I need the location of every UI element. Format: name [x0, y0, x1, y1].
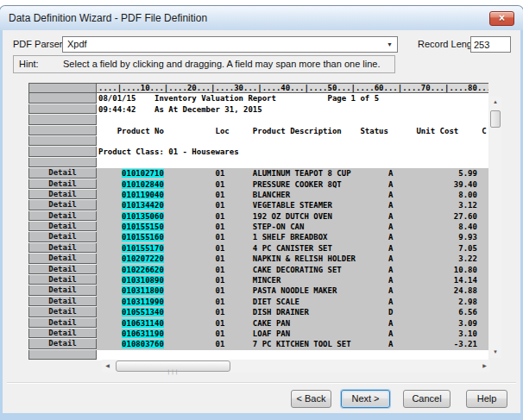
- report-line-text[interactable]: 010134420 01 VEGETABLE STEAMER A 3.12: [97, 200, 488, 210]
- row-label-cell[interactable]: [28, 104, 97, 114]
- report-detail-line[interactable]: Detail 010134420 01 VEGETABLE STEAMER A …: [26, 200, 488, 210]
- row-label-cell[interactable]: [28, 136, 97, 146]
- help-button[interactable]: Help: [466, 390, 507, 408]
- product-no-field-highlight[interactable]: 010155150: [122, 223, 164, 231]
- report-line-text[interactable]: Product No Loc Product Description Statu…: [97, 126, 488, 136]
- horizontal-scrollbar[interactable]: ◀ ||| ▶: [102, 360, 490, 373]
- product-no-field-highlight[interactable]: 010803760: [122, 340, 164, 348]
- report-detail-line[interactable]: Detail 010102710 01 ALUMINUM TEAPOT 8 CU…: [26, 168, 488, 179]
- row-label-cell[interactable]: [28, 93, 97, 103]
- report-line-text[interactable]: 010631190 01 LOAF PAN A 3.10: [97, 329, 488, 339]
- report-line-text[interactable]: 010135060 01 192 OZ DUTCH OVEN A 27.60: [97, 211, 488, 222]
- detail-row-label-cell[interactable]: Detail: [28, 318, 97, 328]
- product-no-field-highlight[interactable]: 010119040: [122, 191, 164, 199]
- row-label-cell[interactable]: [28, 350, 97, 360]
- report-detail-line[interactable]: Detail 010155170 01 4 PC CANISTER SET A …: [26, 243, 488, 254]
- report-line[interactable]: [26, 136, 488, 147]
- record-length-input[interactable]: [470, 36, 511, 53]
- product-no-field-highlight[interactable]: 010134420: [122, 201, 164, 210]
- vertical-scroll-thumb[interactable]: [490, 110, 501, 128]
- report-detail-line[interactable]: Detail 010135060 01 192 OZ DUTCH OVEN A …: [26, 211, 488, 222]
- next-button[interactable]: Next >: [341, 390, 390, 408]
- row-label-cell[interactable]: [28, 83, 97, 93]
- report-detail-line[interactable]: Detail 010803760 01 7 PC KITCHEN TOOL SE…: [26, 339, 488, 349]
- scroll-left-icon[interactable]: ◀: [102, 360, 113, 373]
- report-line-text[interactable]: 010155160 01 1 SHELF BREADBOX A 9.93: [97, 232, 488, 242]
- report-line-text[interactable]: 010551340 01 DISH DRAINER D 6.56: [97, 307, 488, 317]
- report-detail-line[interactable]: Detail 010631140 01 CAKE PAN A 3.09: [26, 318, 488, 329]
- report-line-text[interactable]: Product Class: 01 - Housewares: [97, 147, 488, 157]
- cancel-button[interactable]: Cancel: [403, 390, 451, 408]
- detail-row-label-cell[interactable]: Detail: [28, 168, 97, 178]
- detail-row-label-cell[interactable]: Detail: [28, 190, 97, 199]
- product-no-field-highlight[interactable]: 010207220: [122, 254, 164, 263]
- report-detail-line[interactable]: Detail 010310890 01 MINCER A 14.14: [26, 275, 488, 285]
- scroll-up-icon[interactable]: ▲: [489, 97, 501, 108]
- report-line-text[interactable]: 010102710 01 ALUMINUM TEAPOT 8 CUP A 5.9…: [97, 168, 488, 179]
- report-detail-line[interactable]: Detail 010102840 01 PRESSURE COOKER 8QT …: [26, 179, 488, 190]
- report-line-text[interactable]: 010311800 01 PASTA NOODLE MAKER A 24.88: [97, 285, 488, 296]
- close-button[interactable]: ×: [489, 11, 514, 26]
- detail-row-label-cell[interactable]: Detail: [28, 329, 97, 338]
- report-line-text[interactable]: 010311990 01 DIET SCALE A 2.98: [97, 297, 488, 307]
- product-no-field-highlight[interactable]: 010102710: [122, 169, 164, 178]
- report-line-text[interactable]: 010226620 01 CAKE DECORATING SET A 10.80: [97, 265, 488, 275]
- report-detail-line[interactable]: Detail 010155160 01 1 SHELF BREADBOX A 9…: [26, 232, 488, 242]
- report-detail-line[interactable]: Detail 010119040 01 BLANCHER A 8.00: [26, 190, 488, 200]
- detail-row-label-cell[interactable]: Detail: [28, 275, 97, 285]
- report-line-text[interactable]: 08/01/15 Inventory Valuation Report Page…: [97, 93, 488, 103]
- pdf-parser-select[interactable]: Xpdf ▼: [62, 36, 398, 53]
- detail-row-label-cell[interactable]: Detail: [28, 254, 97, 263]
- report-line[interactable]: [26, 158, 488, 168]
- report-line[interactable]: ....|....10...|....20...|....30...|....4…: [26, 83, 488, 93]
- report-line[interactable]: 09:44:42 As At December 31, 2015: [26, 104, 488, 115]
- report-preview[interactable]: ....|....10...|....20...|....30...|....4…: [26, 83, 488, 360]
- row-label-cell[interactable]: [28, 115, 97, 124]
- report-line-text[interactable]: 010155170 01 4 PC CANISTER SET A 7.05: [97, 243, 488, 254]
- report-line-text[interactable]: [97, 136, 488, 147]
- product-no-field-highlight[interactable]: 010311990: [122, 298, 164, 306]
- report-line-text[interactable]: 010102840 01 PRESSURE COOKER 8QT A 39.40: [97, 179, 488, 190]
- report-detail-line[interactable]: Detail 010551340 01 DISH DRAINER D 6.56: [26, 307, 488, 317]
- report-detail-line[interactable]: Detail 010207220 01 NAPKIN & RELISH HOLD…: [26, 254, 488, 264]
- report-detail-line[interactable]: Detail 010226620 01 CAKE DECORATING SET …: [26, 265, 488, 275]
- product-no-field-highlight[interactable]: 010135060: [122, 212, 164, 221]
- product-no-field-highlight[interactable]: 010551340: [122, 308, 164, 317]
- detail-row-label-cell[interactable]: Detail: [28, 222, 97, 231]
- product-no-field-highlight[interactable]: 010226620: [122, 266, 164, 274]
- detail-row-label-cell[interactable]: Detail: [28, 232, 97, 241]
- product-no-field-highlight[interactable]: 010155170: [122, 244, 164, 253]
- title-bar[interactable]: Data Definition Wizard - PDF File Defini…: [0, 6, 523, 30]
- detail-row-label-cell[interactable]: Detail: [28, 285, 97, 295]
- report-line-text[interactable]: [97, 115, 488, 125]
- detail-row-label-cell[interactable]: Detail: [28, 307, 97, 317]
- report-line-text[interactable]: [97, 158, 488, 168]
- detail-row-label-cell[interactable]: Detail: [28, 339, 97, 348]
- report-line-text[interactable]: 09:44:42 As At December 31, 2015: [97, 104, 488, 115]
- report-line-text[interactable]: 010119040 01 BLANCHER A 8.00: [97, 190, 488, 200]
- report-line-text[interactable]: 010310890 01 MINCER A 14.14: [97, 275, 488, 285]
- horizontal-scroll-thumb[interactable]: |||: [116, 360, 230, 372]
- row-label-cell[interactable]: [28, 147, 97, 156]
- report-line[interactable]: Product No Loc Product Description Statu…: [26, 126, 488, 136]
- detail-row-label-cell[interactable]: Detail: [28, 179, 97, 189]
- product-no-field-highlight[interactable]: 010631190: [122, 329, 164, 338]
- vertical-scrollbar[interactable]: ▲ ▼: [489, 97, 501, 358]
- scroll-right-icon[interactable]: ▶: [479, 360, 490, 373]
- scroll-down-icon[interactable]: ▼: [489, 347, 501, 358]
- detail-row-label-cell[interactable]: Detail: [28, 297, 97, 306]
- product-no-field-highlight[interactable]: 010631140: [122, 319, 164, 328]
- detail-row-label-cell[interactable]: Detail: [28, 265, 97, 274]
- detail-row-label-cell[interactable]: Detail: [28, 211, 97, 221]
- report-line[interactable]: 08/01/15 Inventory Valuation Report Page…: [26, 93, 488, 103]
- report-line-text[interactable]: 010207220 01 NAPKIN & RELISH HOLDER A 3.…: [97, 254, 488, 264]
- report-detail-line[interactable]: Detail 010155150 01 STEP-ON CAN A 8.40: [26, 222, 488, 232]
- report-line-text[interactable]: 010155150 01 STEP-ON CAN A 8.40: [97, 222, 488, 232]
- row-label-cell[interactable]: [28, 158, 97, 167]
- row-label-cell[interactable]: [28, 126, 97, 135]
- back-button[interactable]: < Back: [291, 390, 331, 408]
- report-detail-line[interactable]: Detail 010631190 01 LOAF PAN A 3.10: [26, 329, 488, 339]
- detail-row-label-cell[interactable]: Detail: [28, 243, 97, 253]
- report-detail-line[interactable]: Detail 010311800 01 PASTA NOODLE MAKER A…: [26, 285, 488, 296]
- report-line[interactable]: Product Class: 01 - Housewares: [26, 147, 488, 157]
